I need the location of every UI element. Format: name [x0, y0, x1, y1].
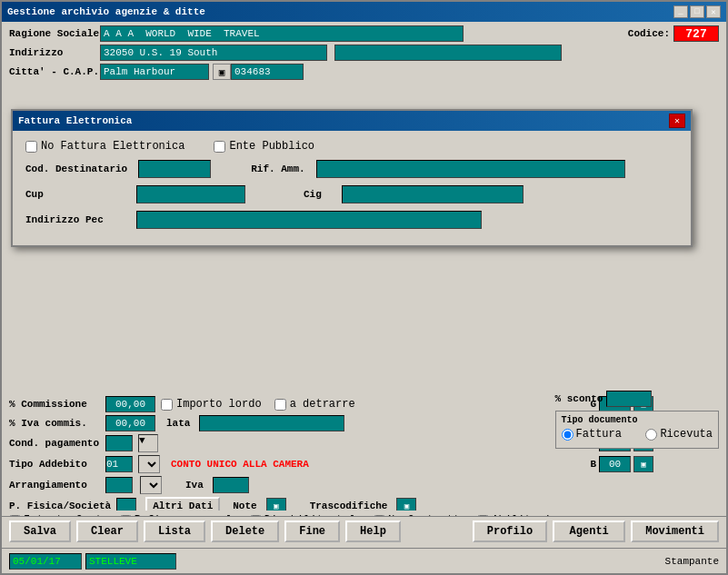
ragione-sociale-label: Ragione Sociale	[9, 28, 100, 39]
modal-cod-rif-row: Cod. Destinatario Rif. Amm.	[25, 160, 678, 178]
arrangiamento-label: Arrangiamento	[9, 480, 100, 491]
modal-pec-row: Indirizzo Pec	[25, 211, 678, 229]
ricevuta-radio[interactable]	[645, 429, 657, 441]
cig-label: Cig	[304, 189, 331, 200]
ragione-sociale-input[interactable]	[100, 25, 464, 42]
status-date-input[interactable]	[9, 553, 82, 570]
buttons-bar: Salva Clear Lista Delete Fine Help Profi…	[2, 516, 726, 546]
fine-button[interactable]: Fine	[284, 520, 340, 542]
profilo-button[interactable]: Profilo	[473, 520, 547, 542]
iva-input[interactable]	[213, 477, 249, 493]
tipo-addebito-select[interactable]: ▼	[138, 455, 160, 473]
maximize-button[interactable]: □	[690, 5, 704, 18]
ente-pubblico-label[interactable]: Ente Pubblico	[214, 140, 314, 153]
b-row: B ▣	[590, 456, 653, 472]
modal-checkbox-row: No Fattura Elettronica Ente Pubblico	[25, 140, 678, 153]
indirizzo-row: Indirizzo	[9, 45, 719, 61]
indirizzo-input[interactable]	[100, 45, 327, 61]
main-window: Gestione archivio agenzie & ditte _ □ ✕ …	[0, 0, 728, 575]
close-button[interactable]: ✕	[706, 5, 721, 18]
conto-unico-text: CONTO UNICO ALLA CAMERA	[171, 459, 309, 470]
delete-button[interactable]: Delete	[211, 520, 279, 542]
arrangiamento-select[interactable]: ▼	[140, 476, 162, 494]
lista-button[interactable]: Lista	[144, 520, 205, 542]
b-icon-button[interactable]: ▣	[633, 456, 653, 472]
fattura-elettronica-modal: Fattura Elettronica ✕ No Fattura Elettro…	[11, 109, 693, 247]
no-fattura-label[interactable]: No Fattura Elettronica	[25, 140, 184, 153]
iva-commis-input[interactable]	[105, 415, 155, 431]
tipo-addebito-row: Tipo Addebito ▼ CONTO UNICO ALLA CAMERA …	[9, 455, 719, 473]
cup-input[interactable]	[136, 185, 245, 203]
lata-label: lata	[166, 418, 190, 429]
tipo-addebito-input[interactable]	[105, 456, 133, 472]
cup-label: Cup	[25, 189, 125, 200]
citta-label: Citta' - C.A.P.	[9, 66, 100, 77]
cod-destinatario-input[interactable]	[138, 160, 211, 178]
ricevuta-radio-label[interactable]: Ricevuta	[645, 428, 713, 441]
fattura-radio-label[interactable]: Fattura	[562, 428, 622, 441]
cond-pag-label: Cond. pagamento	[9, 438, 100, 449]
commissione-input[interactable]	[105, 396, 155, 412]
citta-input[interactable]	[100, 64, 209, 80]
importo-lordo-checkbox[interactable]	[161, 399, 173, 411]
map-icon[interactable]: ▣	[213, 64, 231, 80]
a-detrarre-checkbox[interactable]	[274, 399, 286, 411]
indirizzo2-input[interactable]	[334, 45, 562, 61]
tipo-addebito-label: Tipo Addebito	[9, 459, 100, 470]
arrangiamento-row: Arrangiamento ▼ Iva % sconto Tipo docume…	[9, 476, 719, 494]
tipo-documento-box: Tipo documento Fattura Ricevuta	[555, 411, 719, 449]
salva-button[interactable]: Salva	[9, 520, 71, 542]
lata-input[interactable]	[199, 415, 344, 431]
agenti-button[interactable]: Agenti	[553, 520, 625, 542]
codice-input[interactable]	[673, 25, 719, 42]
main-form: Ragione Sociale Codice: Indirizzo Citta'…	[2, 22, 726, 86]
modal-title-bar: Fattura Elettronica ✕	[13, 111, 691, 131]
help-button[interactable]: Help	[345, 520, 401, 542]
ragione-sociale-row: Ragione Sociale Codice:	[9, 25, 719, 42]
iva-label: Iva	[185, 480, 204, 491]
citta-row: Citta' - C.A.P. ▣	[9, 64, 719, 80]
fattura-radio[interactable]	[562, 429, 573, 441]
rif-amm-input[interactable]	[316, 160, 625, 178]
window-title: Gestione archivio agenzie & ditte	[7, 6, 205, 17]
modal-cup-cig-row: Cup Cig	[25, 185, 678, 203]
clear-button[interactable]: Clear	[76, 520, 138, 542]
iva-commis-label: % Iva commis.	[9, 418, 100, 429]
ente-pubblico-checkbox[interactable]	[214, 141, 225, 153]
rif-amm-label: Rif. Amm.	[251, 164, 304, 174]
b-label: B	[590, 459, 596, 470]
arrangiamento-input[interactable]	[105, 477, 133, 493]
sconto-input[interactable]	[606, 391, 652, 407]
sconto-row: % sconto	[555, 391, 719, 407]
a-detrarre-label[interactable]: a detrarre	[274, 398, 355, 411]
modal-body: No Fattura Elettronica Ente Pubblico Cod…	[13, 131, 691, 245]
modal-close-button[interactable]: ✕	[669, 114, 685, 128]
status-name-input[interactable]	[85, 553, 176, 570]
cap-input[interactable]	[231, 64, 304, 80]
cig-input[interactable]	[342, 185, 524, 203]
cond-pag-input[interactable]	[105, 435, 133, 451]
codice-label: Codice:	[628, 28, 670, 39]
cond-pag-dropdown[interactable]: ▼	[138, 434, 158, 452]
no-fattura-checkbox[interactable]	[25, 141, 37, 153]
sconto-label: % sconto	[555, 393, 603, 404]
stampante-label: Stampante	[665, 556, 719, 567]
minimize-button[interactable]: _	[673, 5, 688, 18]
bottom-main-area: % Commissione Importo lordo a detrarre G…	[2, 392, 726, 521]
status-bar: Stampante	[2, 548, 726, 573]
cod-destinatario-label: Cod. Destinatario	[25, 164, 127, 174]
sconto-tipo-doc-area: % sconto Tipo documento Fattura Ricevuta	[555, 391, 719, 449]
modal-title: Fattura Elettronica	[18, 115, 132, 126]
movimenti-button[interactable]: Movimenti	[631, 520, 719, 542]
tipo-documento-title: Tipo documento	[562, 415, 713, 425]
title-controls: _ □ ✕	[673, 5, 721, 18]
indirizzo-pec-label: Indirizzo Pec	[25, 214, 125, 225]
title-bar: Gestione archivio agenzie & ditte _ □ ✕	[2, 2, 726, 22]
indirizzo-pec-input[interactable]	[136, 211, 482, 229]
indirizzo-label: Indirizzo	[9, 47, 100, 58]
importo-lordo-label[interactable]: Importo lordo	[161, 398, 262, 411]
b-input[interactable]	[599, 456, 631, 472]
commissione-label: % Commissione	[9, 399, 100, 410]
